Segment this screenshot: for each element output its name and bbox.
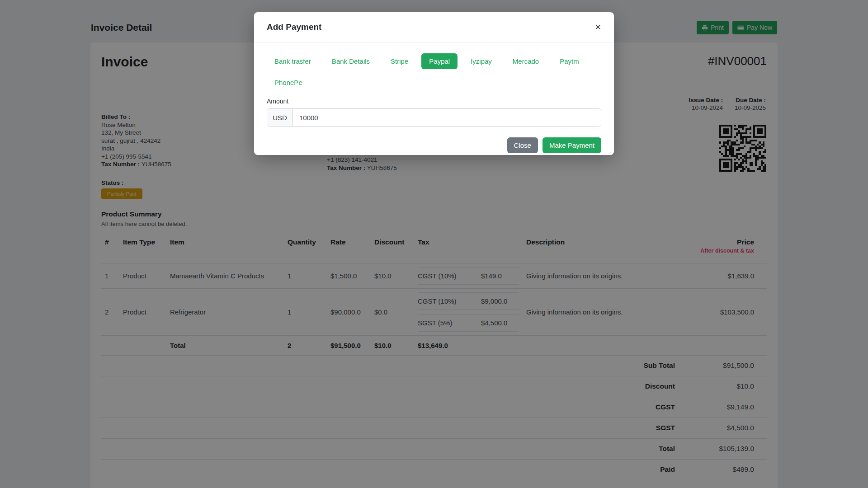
payment-method-tabs: Bank trasfer Bank Details Stripe Paypal … — [267, 53, 601, 90]
amount-input-group: USD — [267, 108, 601, 127]
amount-label: Amount — [267, 98, 601, 105]
tab-stripe[interactable]: Stripe — [383, 53, 416, 69]
close-icon[interactable]: ✕ — [595, 23, 601, 31]
tab-iyzipay[interactable]: Iyzipay — [463, 53, 500, 69]
tab-paytm[interactable]: Paytm — [552, 53, 587, 69]
modal-header: Add Payment ✕ — [254, 12, 614, 42]
tab-bank-details[interactable]: Bank Details — [324, 53, 377, 69]
amount-input[interactable] — [293, 109, 601, 126]
close-button[interactable]: Close — [507, 137, 538, 153]
tab-bank-transfer[interactable]: Bank trasfer — [267, 53, 319, 69]
tab-mercado[interactable]: Mercado — [505, 53, 547, 69]
add-payment-modal: Add Payment ✕ Bank trasfer Bank Details … — [254, 12, 614, 155]
modal-title: Add Payment — [267, 22, 321, 32]
tab-paypal[interactable]: Paypal — [421, 53, 458, 69]
modal-footer: Close Make Payment — [254, 127, 614, 166]
tab-phonepe[interactable]: PhonePe — [267, 75, 310, 90]
make-payment-button[interactable]: Make Payment — [542, 137, 601, 153]
currency-prefix: USD — [267, 109, 293, 126]
modal-body: Bank trasfer Bank Details Stripe Paypal … — [254, 42, 614, 127]
